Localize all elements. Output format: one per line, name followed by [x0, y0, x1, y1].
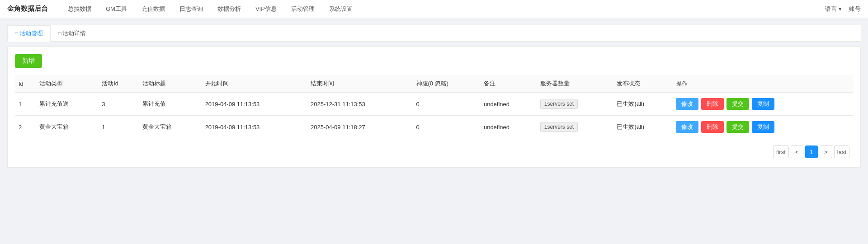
nav-item-recharge[interactable]: 充值数据	[140, 0, 167, 18]
col-publish-status: 发布状态	[613, 75, 672, 93]
cell-end-time: 2025-12-31 11:13:53	[307, 93, 412, 116]
cell-start-time: 2019-04-09 11:13:53	[202, 93, 307, 116]
nav-item-settings[interactable]: 系统设置	[327, 0, 354, 18]
nav-item-overview[interactable]: 总揽数据	[66, 0, 93, 18]
pagination-prev[interactable]: <	[791, 145, 803, 158]
submit-button[interactable]: 提交	[726, 121, 749, 133]
table-header-row: Id 活动类型 活动Id 活动标题 开始时间 结束时间 神腹(0 忽略) 备注 …	[15, 75, 853, 93]
server-badge: 1servers set	[540, 99, 578, 109]
brand-title: 金角数据后台	[7, 5, 48, 13]
nav-right-items: 语言 ▾ 账号	[825, 5, 861, 13]
delete-button[interactable]: 删除	[701, 121, 724, 133]
cell-server-count: 1servers set	[537, 116, 613, 139]
edit-button[interactable]: 修改	[676, 98, 698, 110]
cell-shenfu: 0	[413, 116, 480, 139]
account-button[interactable]: 账号	[849, 5, 861, 13]
cell-shenfu: 0	[413, 93, 480, 116]
language-selector[interactable]: 语言 ▾	[825, 5, 842, 13]
copy-button[interactable]: 复制	[752, 121, 774, 133]
cell-start-time: 2019-04-09 11:13:53	[202, 116, 307, 139]
edit-button[interactable]: 修改	[676, 121, 698, 133]
delete-button[interactable]: 删除	[701, 98, 724, 110]
cell-end-time: 2025-04-09 11:18:27	[307, 116, 412, 139]
cell-type: 黄金大宝箱	[36, 116, 98, 139]
cell-title: 累计充值	[139, 93, 201, 116]
content-panel: 新增 Id 活动类型 活动Id 活动标题 开始时间 结束时间 神腹(0 忽略) …	[7, 47, 861, 168]
cell-type: 累计充值送	[36, 93, 98, 116]
col-server-count: 服务器数量	[537, 75, 613, 93]
cell-title: 黄金大宝箱	[139, 116, 201, 139]
activity-table: Id 活动类型 活动Id 活动标题 开始时间 结束时间 神腹(0 忽略) 备注 …	[15, 75, 853, 138]
nav-item-activity[interactable]: 活动管理	[289, 0, 316, 18]
col-shenfu: 神腹(0 忽略)	[413, 75, 480, 93]
pagination-next[interactable]: >	[820, 145, 832, 158]
nav-item-analysis[interactable]: 数据分析	[216, 0, 243, 18]
tab-activity-management[interactable]: 活动管理	[7, 25, 51, 42]
submit-button[interactable]: 提交	[726, 98, 749, 110]
cell-remark: undefined	[480, 116, 537, 139]
col-start-time: 开始时间	[202, 75, 307, 93]
cell-activity-id: 1	[98, 116, 139, 139]
table-row: 2 黄金大宝箱 1 黄金大宝箱 2019-04-09 11:13:53 2025…	[15, 116, 853, 139]
cell-id: 1	[15, 93, 36, 116]
tab-activity-detail[interactable]: 活动详情	[51, 25, 94, 42]
nav-item-vip[interactable]: VIP信息	[254, 0, 278, 18]
pagination: first < 1 > last	[15, 138, 853, 160]
col-remark: 备注	[480, 75, 537, 93]
add-button[interactable]: 新增	[15, 54, 42, 68]
tab-bar: 活动管理 活动详情	[7, 25, 861, 42]
main-content: 活动管理 活动详情 新增 Id 活动类型 活动Id 活动标题 开始时间 结束时间…	[0, 18, 868, 175]
nav-item-gm[interactable]: GM工具	[104, 0, 129, 18]
pagination-current[interactable]: 1	[805, 145, 818, 158]
cell-action-buttons: 修改 删除 提交 复制	[672, 93, 853, 116]
cell-publish-status: 已生效(all)	[613, 93, 672, 116]
col-title: 活动标题	[139, 75, 201, 93]
cell-publish-status: 已生效(all)	[613, 116, 672, 139]
cell-id: 2	[15, 116, 36, 139]
col-id: Id	[15, 75, 36, 93]
table-row: 1 累计充值送 3 累计充值 2019-04-09 11:13:53 2025-…	[15, 93, 853, 116]
col-activity-id: 活动Id	[98, 75, 139, 93]
pagination-last[interactable]: last	[834, 145, 849, 158]
nav-item-log[interactable]: 日志查询	[178, 0, 205, 18]
col-type: 活动类型	[36, 75, 98, 93]
copy-button[interactable]: 复制	[752, 98, 774, 110]
cell-action-buttons: 修改 删除 提交 复制	[672, 116, 853, 139]
pagination-first[interactable]: first	[773, 145, 789, 158]
cell-server-count: 1servers set	[537, 93, 613, 116]
top-navigation: 金角数据后台 总揽数据 GM工具 充值数据 日志查询 数据分析 VIP信息 活动…	[0, 0, 868, 18]
col-end-time: 结束时间	[307, 75, 412, 93]
col-actions: 操作	[672, 75, 853, 93]
cell-remark: undefined	[480, 93, 537, 116]
cell-activity-id: 3	[98, 93, 139, 116]
server-badge: 1servers set	[540, 122, 578, 132]
